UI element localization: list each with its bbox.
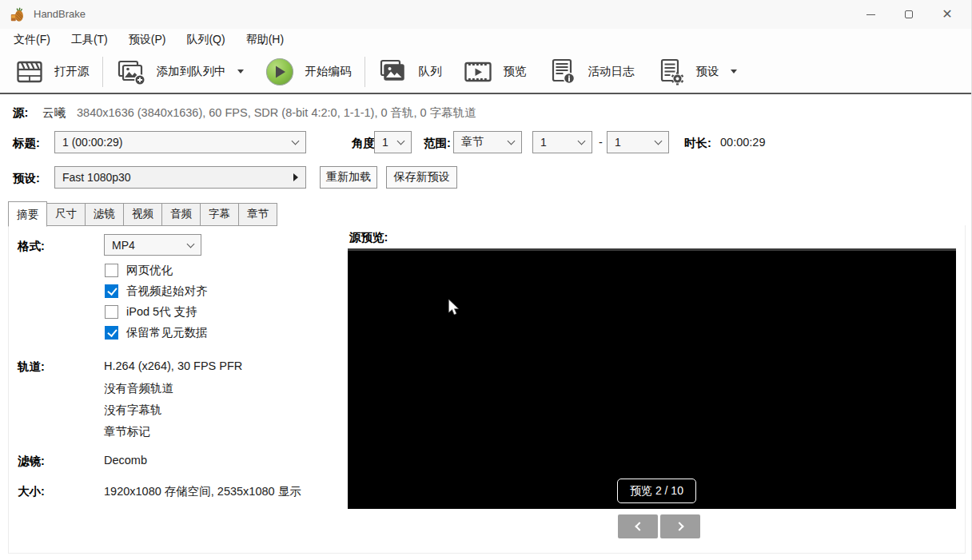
format-select[interactable]: MP4 bbox=[104, 234, 201, 256]
title-bar: HandBrake ✕ bbox=[0, 0, 971, 29]
tab-dimensions[interactable]: 尺寸 bbox=[47, 203, 86, 226]
angle-select-value: 1 bbox=[382, 136, 388, 149]
menu-queue[interactable]: 队列(Q) bbox=[176, 30, 235, 50]
preset-select-value: Fast 1080p30 bbox=[62, 171, 131, 184]
tab-chapters[interactable]: 章节 bbox=[239, 203, 277, 226]
menu-file[interactable]: 文件(F) bbox=[3, 30, 61, 50]
preset-select[interactable]: Fast 1080p30 bbox=[54, 166, 306, 189]
range-start-select[interactable]: 1 bbox=[532, 131, 592, 153]
size-value: 1920x1080 存储空间, 2535x1080 显示 bbox=[104, 484, 301, 499]
chevron-left-icon bbox=[635, 522, 643, 530]
title-select[interactable]: 1 (00:00:29) bbox=[54, 131, 306, 153]
reload-button[interactable]: 重新加载 bbox=[320, 166, 377, 189]
window-controls: ✕ bbox=[851, 0, 966, 29]
tab-audio[interactable]: 音频 bbox=[162, 203, 201, 226]
tab-strip: 摘要 尺寸 滤镜 视频 音频 字幕 章节 bbox=[8, 205, 277, 226]
presets-dropdown-icon bbox=[731, 70, 737, 73]
menu-tools[interactable]: 工具(T) bbox=[61, 30, 118, 50]
tab-video[interactable]: 视频 bbox=[124, 203, 162, 226]
tab-subtitles[interactable]: 字幕 bbox=[201, 203, 239, 226]
preview-counter-badge: 预览 2 / 10 bbox=[617, 479, 696, 503]
presets-icon bbox=[655, 57, 686, 87]
add-to-queue-icon bbox=[116, 57, 146, 87]
web-optimized-checkbox-row[interactable]: 网页优化 bbox=[105, 262, 173, 278]
start-encode-label: 开始编码 bbox=[305, 64, 352, 79]
chevron-right-icon bbox=[675, 522, 683, 530]
add-to-queue-button[interactable]: 添加到队列中 bbox=[106, 54, 254, 90]
save-new-preset-button[interactable]: 保存新预设 bbox=[386, 166, 457, 189]
align-av-start-checkbox[interactable] bbox=[105, 284, 118, 298]
preview-button[interactable]: 预览 bbox=[452, 54, 537, 90]
web-optimized-checkbox[interactable] bbox=[105, 264, 118, 277]
duration-value: 00:00:29 bbox=[720, 136, 765, 149]
angle-select[interactable]: 1 bbox=[374, 131, 412, 153]
ipod-support-checkbox-row[interactable]: iPod 5代 支持 bbox=[105, 304, 197, 320]
source-preview-label: 源预览: bbox=[349, 230, 388, 245]
source-name: 云曦 bbox=[42, 105, 66, 121]
queue-button[interactable]: 队列 bbox=[368, 54, 452, 90]
keep-metadata-checkbox[interactable] bbox=[105, 326, 118, 340]
title-select-value: 1 (00:00:29) bbox=[62, 136, 123, 149]
filters-value: Decomb bbox=[104, 454, 147, 467]
tab-summary[interactable]: 摘要 bbox=[8, 201, 47, 227]
filters-label: 滤镜: bbox=[18, 454, 45, 469]
chevron-down-icon bbox=[292, 137, 300, 145]
size-label: 大小: bbox=[18, 484, 45, 499]
range-label: 范围: bbox=[424, 136, 451, 151]
arrow-right-icon bbox=[293, 173, 298, 181]
maximize-button[interactable] bbox=[890, 0, 928, 29]
maximize-icon bbox=[905, 10, 913, 18]
activity-log-button[interactable]: 活动日志 bbox=[537, 54, 645, 90]
start-encode-button[interactable]: 开始编码 bbox=[254, 54, 362, 90]
filmstrip-preview-icon bbox=[463, 57, 493, 87]
minimize-button[interactable] bbox=[851, 0, 890, 29]
range-end-select[interactable]: 1 bbox=[607, 131, 669, 153]
next-preview-button[interactable] bbox=[660, 514, 700, 538]
track-video-info: H.264 (x264), 30 FPS PFR bbox=[104, 359, 242, 372]
track-audio-info: 没有音频轨道 bbox=[104, 381, 173, 396]
toolbar-separator bbox=[102, 57, 103, 87]
handbrake-logo-icon bbox=[10, 6, 27, 23]
tab-chapters-label: 章节 bbox=[247, 208, 269, 220]
tab-subtitles-label: 字幕 bbox=[209, 208, 230, 220]
activity-log-label: 活动日志 bbox=[588, 64, 635, 79]
track-chapter-info: 章节标记 bbox=[104, 424, 150, 439]
keep-metadata-checkbox-row[interactable]: 保留常见元数据 bbox=[105, 324, 208, 340]
presets-button[interactable]: 预设 bbox=[645, 54, 747, 90]
range-type-select[interactable]: 章节 bbox=[453, 131, 522, 153]
duration-label: 时长: bbox=[684, 136, 711, 151]
tracks-label: 轨道: bbox=[18, 359, 45, 375]
tab-filters[interactable]: 滤镜 bbox=[86, 203, 124, 226]
queue-label: 队列 bbox=[419, 64, 442, 79]
chevron-down-icon bbox=[578, 137, 586, 145]
previous-preview-button[interactable] bbox=[618, 514, 658, 538]
align-av-start-label: 音视频起始对齐 bbox=[126, 284, 208, 299]
preview-label: 预览 bbox=[504, 64, 527, 79]
menu-help[interactable]: 帮助(H) bbox=[236, 30, 294, 50]
close-button[interactable]: ✕ bbox=[928, 0, 966, 29]
source-details: 3840x1636 (3840x1636), 60 FPS, SDR (8-bi… bbox=[77, 105, 476, 121]
range-start-value: 1 bbox=[540, 136, 547, 149]
tab-audio-label: 音频 bbox=[170, 208, 192, 220]
menu-bar: 文件(F) 工具(T) 预设(P) 队列(Q) 帮助(H) bbox=[0, 29, 971, 50]
open-source-label: 打开源 bbox=[54, 64, 90, 79]
tab-summary-label: 摘要 bbox=[17, 209, 38, 220]
range-type-value: 章节 bbox=[461, 135, 484, 149]
handbrake-window: HandBrake ✕ 文件(F) 工具(T) 预设(P) 队列(Q) 帮助(H… bbox=[0, 0, 972, 560]
format-select-value: MP4 bbox=[112, 239, 135, 252]
tab-video-label: 视频 bbox=[132, 208, 153, 220]
open-source-button[interactable]: 打开源 bbox=[5, 54, 100, 90]
play-icon bbox=[265, 57, 295, 87]
menu-presets[interactable]: 预设(P) bbox=[118, 30, 177, 50]
range-separator: - bbox=[599, 136, 603, 149]
ipod-support-checkbox[interactable] bbox=[105, 305, 118, 319]
mouse-cursor bbox=[448, 299, 460, 316]
source-preview-image: 预览 2 / 10 bbox=[348, 248, 956, 509]
align-av-start-checkbox-row[interactable]: 音视频起始对齐 bbox=[105, 283, 208, 299]
title-label: 标题: bbox=[13, 136, 40, 151]
reload-button-label: 重新加载 bbox=[326, 170, 371, 185]
tab-filters-label: 滤镜 bbox=[94, 208, 115, 220]
tab-dimensions-label: 尺寸 bbox=[55, 208, 77, 220]
range-end-value: 1 bbox=[615, 136, 621, 149]
chevron-down-icon bbox=[187, 240, 195, 248]
